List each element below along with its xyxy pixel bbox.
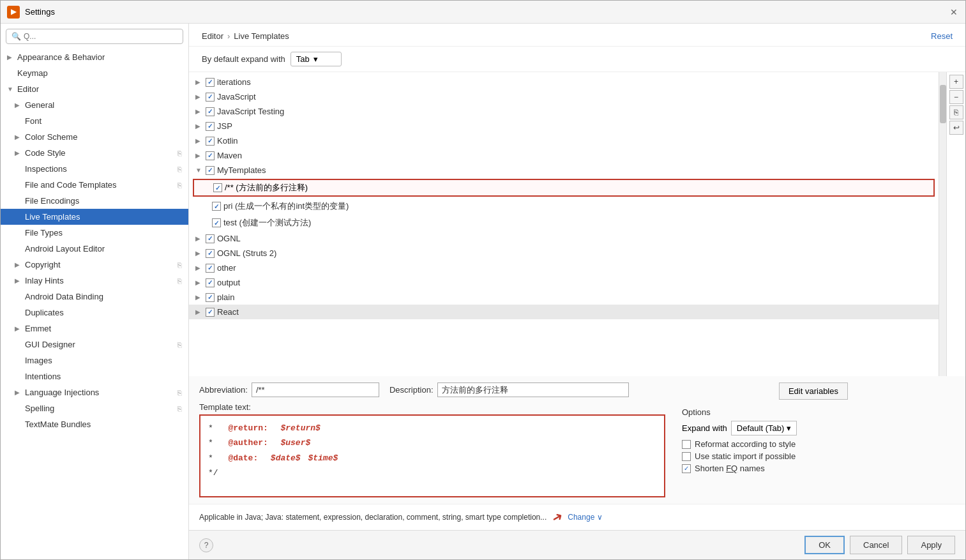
expand-with-options-dropdown[interactable]: Default (Tab) ▾: [731, 421, 797, 435]
var-user: $user$: [280, 435, 310, 450]
copy-icon: ⎘: [177, 341, 182, 349]
template-group-plain[interactable]: ▶ plain: [189, 290, 939, 305]
sidebar-item-editor[interactable]: ▼ Editor: [1, 81, 188, 97]
sidebar-item-androidlayouteditor[interactable]: Android Layout Editor: [1, 241, 188, 257]
reformat-checkbox[interactable]: [682, 440, 691, 449]
sidebar-item-androiddatabinding[interactable]: Android Data Binding: [1, 289, 188, 305]
sidebar-item-appearance[interactable]: ▶ Appearance & Behavior: [1, 49, 188, 65]
scrollbar-thumb[interactable]: [940, 85, 946, 123]
group-checkbox-react[interactable]: [206, 308, 215, 317]
group-checkbox-kotlin[interactable]: [206, 137, 215, 146]
sidebar-item-font[interactable]: Font: [1, 113, 188, 129]
copy-icon: ⎘: [177, 165, 182, 173]
shortenfq-checkbox[interactable]: [682, 464, 691, 473]
staticimport-checkbox[interactable]: [682, 452, 691, 461]
group-label: MyTemplates: [217, 165, 266, 175]
search-input[interactable]: [24, 32, 177, 41]
help-button[interactable]: ?: [199, 538, 213, 552]
sidebar-item-guidesigner[interactable]: GUI Designer ⎘: [1, 337, 188, 352]
sidebar-item-images[interactable]: Images: [1, 352, 188, 368]
template-list-area: ▶ iterations ▶ JavaScript ▶: [189, 72, 965, 376]
group-checkbox-output[interactable]: [206, 278, 215, 287]
description-group: Description:: [389, 382, 629, 397]
template-group-jsp[interactable]: ▶ JSP: [189, 119, 939, 133]
sidebar-item-duplicates[interactable]: Duplicates: [1, 305, 188, 321]
template-item-javadoc[interactable]: /** (方法前的多行注释): [193, 179, 935, 197]
var-date: $date$: [271, 451, 306, 465]
sidebar-item-fileandcodetemplates[interactable]: File and Code Templates ⎘: [1, 177, 188, 193]
template-text-area[interactable]: * @return: $return$ * @auther: $user$: [199, 414, 665, 497]
search-box[interactable]: 🔍: [6, 29, 183, 44]
template-text-label: Template text:: [199, 402, 665, 412]
group-label: other: [217, 263, 236, 273]
chevron-icon: ▶: [195, 123, 203, 130]
change-link[interactable]: Change: [568, 513, 594, 522]
sidebar-item-textmatebundles[interactable]: TextMate Bundles: [1, 416, 188, 432]
copy-button[interactable]: ⎘: [949, 105, 963, 119]
template-group-maven[interactable]: ▶ Maven: [189, 148, 939, 163]
template-group-jstesting[interactable]: ▶ JavaScript Testing: [189, 104, 939, 119]
template-item-test[interactable]: test (创建一个测试方法): [189, 215, 939, 231]
chevron-icon: ▶: [195, 264, 203, 271]
sidebar-item-inlayhints[interactable]: ▶ Inlay Hints ⎘: [1, 273, 188, 289]
undo-button[interactable]: ↩: [949, 121, 963, 135]
group-checkbox-ognl[interactable]: [206, 234, 215, 243]
template-group-other[interactable]: ▶ other: [189, 261, 939, 275]
group-checkbox-mytemplates[interactable]: [206, 166, 215, 175]
add-button[interactable]: +: [949, 75, 963, 89]
template-group-mytemplates[interactable]: ▼ MyTemplates: [189, 163, 939, 178]
reset-button[interactable]: Reset: [931, 31, 953, 41]
template-group-kotlin[interactable]: ▶ Kotlin: [189, 133, 939, 148]
group-checkbox-jstesting[interactable]: [206, 107, 215, 116]
sidebar-item-copyright[interactable]: ▶ Copyright ⎘: [1, 257, 188, 273]
sidebar-item-codestyle[interactable]: ▶ Code Style ⎘: [1, 145, 188, 161]
sidebar-item-general[interactable]: ▶ General: [1, 97, 188, 113]
ok-button[interactable]: OK: [804, 536, 845, 554]
group-checkbox-maven[interactable]: [206, 151, 215, 160]
group-checkbox-iterations[interactable]: [206, 78, 215, 87]
item-checkbox-javadoc[interactable]: [213, 183, 222, 192]
group-checkbox-jsp[interactable]: [206, 122, 215, 131]
close-button[interactable]: ✕: [949, 7, 959, 17]
template-group-iterations[interactable]: ▶ iterations: [189, 75, 939, 89]
action-buttons: + − ⎘ ↩: [946, 72, 965, 376]
expand-with-dropdown[interactable]: Tab ▾: [291, 52, 342, 66]
sidebar-item-emmet[interactable]: ▶ Emmet: [1, 321, 188, 337]
template-group-ognl[interactable]: ▶ OGNL: [189, 231, 939, 246]
item-checkbox-pri[interactable]: [212, 202, 221, 211]
template-group-ognlstruts[interactable]: ▶ OGNL (Struts 2): [189, 246, 939, 261]
item-checkbox-test[interactable]: [212, 218, 221, 227]
sidebar-item-inspections[interactable]: Inspections ⎘: [1, 161, 188, 177]
description-input[interactable]: [437, 382, 629, 397]
group-checkbox-ognlstruts[interactable]: [206, 249, 215, 258]
scrollbar-track[interactable]: [939, 72, 946, 376]
chevron-icon: ▶: [15, 389, 22, 396]
sidebar-item-keymap[interactable]: Keymap: [1, 65, 188, 81]
abbreviation-input[interactable]: [252, 382, 379, 397]
option-shortenfq: Shorten FQ names: [682, 464, 848, 473]
group-checkbox-plain[interactable]: [206, 293, 215, 302]
sidebar-item-fileencodings[interactable]: File Encodings: [1, 193, 188, 209]
template-text-section: Template text: * @return: $return$ *: [199, 402, 665, 497]
sidebar-item-languageinjections[interactable]: ▶ Language Injections ⎘: [1, 384, 188, 400]
copy-icon: ⎘: [177, 389, 182, 397]
copy-icon: ⎘: [177, 277, 182, 285]
remove-button[interactable]: −: [949, 90, 963, 104]
sidebar-item-intentions[interactable]: Intentions: [1, 368, 188, 384]
sidebar-item-spelling[interactable]: Spelling ⎘: [1, 400, 188, 416]
sidebar-item-filetypes[interactable]: File Types: [1, 225, 188, 241]
sidebar-item-colorscheme[interactable]: ▶ Color Scheme: [1, 129, 188, 145]
breadcrumb-separator: ›: [227, 31, 230, 41]
template-group-react[interactable]: ▶ React: [189, 305, 939, 319]
edit-variables-button[interactable]: Edit variables: [779, 382, 848, 400]
star-1: *: [208, 421, 213, 435]
template-item-pri[interactable]: pri (生成一个私有的int类型的变量): [189, 198, 939, 215]
apply-button[interactable]: Apply: [907, 536, 955, 554]
sidebar-item-livetemplates[interactable]: Live Templates: [1, 209, 188, 225]
template-group-javascript[interactable]: ▶ JavaScript: [189, 89, 939, 104]
template-group-output[interactable]: ▶ output: [189, 275, 939, 290]
cancel-button[interactable]: Cancel: [850, 536, 902, 554]
template-line-1: * @return: $return$: [208, 421, 656, 435]
group-checkbox-javascript[interactable]: [206, 93, 215, 102]
group-checkbox-other[interactable]: [206, 264, 215, 273]
